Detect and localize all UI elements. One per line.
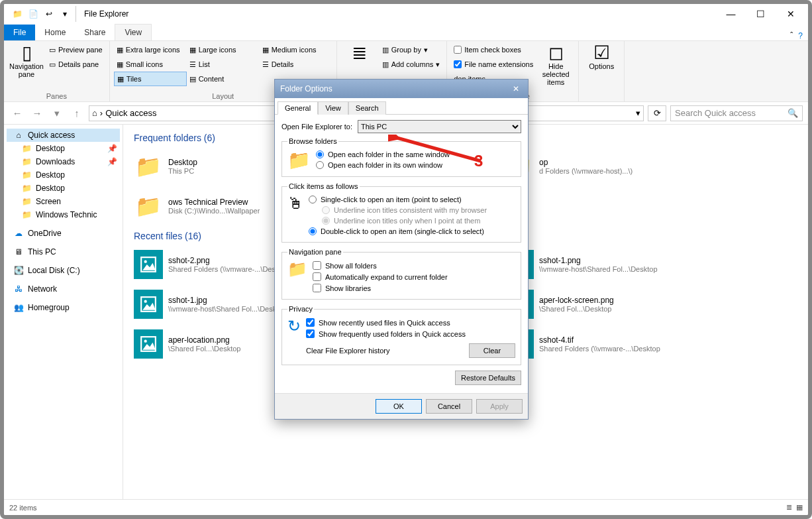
details-icon: ☰ <box>262 60 269 69</box>
folder-tile[interactable]: 📁opd Folders (\\vmware-host)...\) <box>505 147 677 186</box>
tree-this-pc[interactable]: 🖥This PC <box>7 245 120 259</box>
qat-new-folder-icon[interactable]: 📄 <box>26 7 40 21</box>
dialog-tab-search[interactable]: Search <box>348 101 386 115</box>
browse-folders-group: Browse folders 📁 Open each folder in the… <box>281 137 521 177</box>
onedrive-icon: ☁ <box>13 229 24 238</box>
tree-item[interactable]: 📁Downloads📌 <box>7 155 120 168</box>
tab-share[interactable]: Share <box>75 25 115 40</box>
tree-homegroup[interactable]: 👥Homegroup <box>7 301 120 314</box>
underline-browser-radio <box>322 206 330 214</box>
tab-file[interactable]: File <box>4 25 35 40</box>
frequent-folders-check[interactable] <box>306 329 315 338</box>
dialog-titlebar[interactable]: Folder Options ✕ <box>275 80 528 98</box>
cancel-button[interactable]: Cancel <box>426 399 472 414</box>
restore-defaults-button[interactable]: Restore Defaults <box>455 371 521 385</box>
tree-item[interactable]: 📁Screen <box>7 195 120 208</box>
single-click-radio[interactable] <box>309 196 317 203</box>
search-input[interactable]: Search Quick access 🔍 <box>670 105 803 121</box>
tree-local-disk[interactable]: 💽Local Disk (C:) <box>7 264 120 277</box>
auto-expand-check[interactable] <box>313 272 321 281</box>
apply-button[interactable]: Apply <box>476 399 523 414</box>
svg-point-7 <box>144 300 147 303</box>
search-icon: 🔍 <box>787 108 798 118</box>
list-icon: ☰ <box>189 60 196 69</box>
tree-onedrive[interactable]: ☁OneDrive <box>7 227 120 240</box>
browse-own-radio[interactable] <box>316 161 324 169</box>
add-columns-button[interactable]: ▥Add columns▾ <box>380 57 443 72</box>
folder-options-dialog: Folder Options ✕ General View Search Ope… <box>274 79 529 420</box>
preview-pane-icon: ▭ <box>49 46 56 54</box>
maximize-button[interactable]: ☐ <box>746 4 776 24</box>
show-all-folders-check[interactable] <box>313 261 321 270</box>
details-pane-button[interactable]: ▭Details pane <box>46 57 105 72</box>
dialog-tab-general[interactable]: General <box>278 101 318 115</box>
privacy-group: Privacy ↻ Show recently used files in Qu… <box>281 305 521 365</box>
forward-button[interactable]: → <box>29 107 45 119</box>
close-button[interactable]: ✕ <box>776 4 805 24</box>
folder-icon: 📁 <box>21 210 32 219</box>
refresh-button[interactable]: ⟳ <box>648 105 666 121</box>
file-extensions-toggle[interactable] <box>454 60 462 68</box>
minimize-button[interactable]: — <box>716 4 746 24</box>
show-libraries-check[interactable] <box>313 284 321 292</box>
open-to-select[interactable]: This PC <box>358 120 521 133</box>
dialog-tabs: General View Search <box>275 98 528 115</box>
tree-item[interactable]: 📁Desktop <box>7 168 120 182</box>
tile-title: Desktop <box>168 158 197 167</box>
ribbon-tabs: File Home Share View ˆ ? <box>4 24 808 41</box>
recent-files-check[interactable] <box>306 318 315 327</box>
tile-subtitle: This PC <box>168 167 197 175</box>
tab-home[interactable]: Home <box>35 25 75 40</box>
preview-pane-button[interactable]: ▭Preview pane <box>46 42 105 57</box>
pin-icon: 📌 <box>107 144 117 153</box>
homegroup-icon: 👥 <box>13 303 24 312</box>
status-bar: 22 items ≣ ▦ <box>4 499 808 515</box>
tree-quick-access[interactable]: ⌂Quick access <box>7 129 120 142</box>
recent-locations-button[interactable]: ▾ <box>49 107 65 119</box>
hide-selected-button[interactable]: ◻Hide selected items <box>537 42 574 91</box>
help-icon[interactable]: ? <box>798 31 803 40</box>
ok-button[interactable]: OK <box>376 399 422 414</box>
back-button[interactable]: ← <box>9 107 25 119</box>
clear-history-button[interactable]: Clear <box>469 343 515 358</box>
click-items-group: Click items as follows 🖱 Single-click to… <box>281 182 521 243</box>
titlebar: 📁 📄 ↩ ▾ File Explorer — ☐ ✕ <box>4 4 808 24</box>
dialog-tab-view[interactable]: View <box>318 101 348 115</box>
tab-view[interactable]: View <box>115 24 152 40</box>
folder-icon: 📁 <box>21 197 32 206</box>
folder-icon: 📁 <box>134 192 163 221</box>
tree-item[interactable]: 📁Desktop <box>7 182 120 195</box>
tile-title: sshot-4.tif <box>539 335 660 345</box>
file-tile[interactable]: sshot-4.tifShared Folders (\\vmware-...\… <box>505 325 677 363</box>
tiles-icon: ▦ <box>117 75 124 84</box>
file-tile[interactable]: aper-lock-screen.png\Shared Fol...\Deskt… <box>505 285 677 323</box>
network-icon: 🖧 <box>13 284 24 294</box>
browse-folder-icon: 📁 <box>287 149 311 171</box>
browse-same-radio[interactable] <box>316 150 324 158</box>
item-checkboxes-toggle[interactable] <box>454 46 462 54</box>
options-button[interactable]: ☑Options <box>583 42 620 91</box>
navigation-pane-button[interactable]: ▯ Navigation pane <box>8 42 45 91</box>
qat-properties-icon[interactable]: ↩ <box>42 7 56 21</box>
navigation-pane-icon: ▯ <box>22 44 32 62</box>
tree-item[interactable]: 📁Windows Technic <box>7 208 120 221</box>
view-details-icon[interactable]: ≣ <box>786 503 792 512</box>
xl-icons-icon: ▦ <box>117 46 123 54</box>
tile-title: aper-location.png <box>168 335 240 345</box>
navigation-tree[interactable]: ⌂Quick access 📁Desktop📌 📁Downloads📌 📁Des… <box>4 125 123 499</box>
view-thumbnails-icon[interactable]: ▦ <box>796 503 803 512</box>
dialog-close-button[interactable]: ✕ <box>509 84 523 93</box>
sort-icon: ≣ <box>352 44 367 62</box>
tree-item[interactable]: 📁Desktop📌 <box>7 142 120 155</box>
group-by-button[interactable]: ▥Group by▾ <box>380 42 443 57</box>
pin-icon: 📌 <box>107 157 117 166</box>
qat-dropdown-icon[interactable]: ▾ <box>58 7 72 21</box>
collapse-ribbon-icon[interactable]: ˆ <box>790 31 793 40</box>
file-tile[interactable]: sshot-1.png\\vmware-host\Shared Fol...\D… <box>505 245 677 284</box>
up-button[interactable]: ↑ <box>69 107 85 119</box>
double-click-radio[interactable] <box>309 227 317 235</box>
breadcrumb-segment[interactable]: Quick access <box>105 108 156 118</box>
explorer-icon: 📁 <box>11 7 24 21</box>
window-title: File Explorer <box>84 9 128 19</box>
tree-network[interactable]: 🖧Network <box>7 282 120 296</box>
